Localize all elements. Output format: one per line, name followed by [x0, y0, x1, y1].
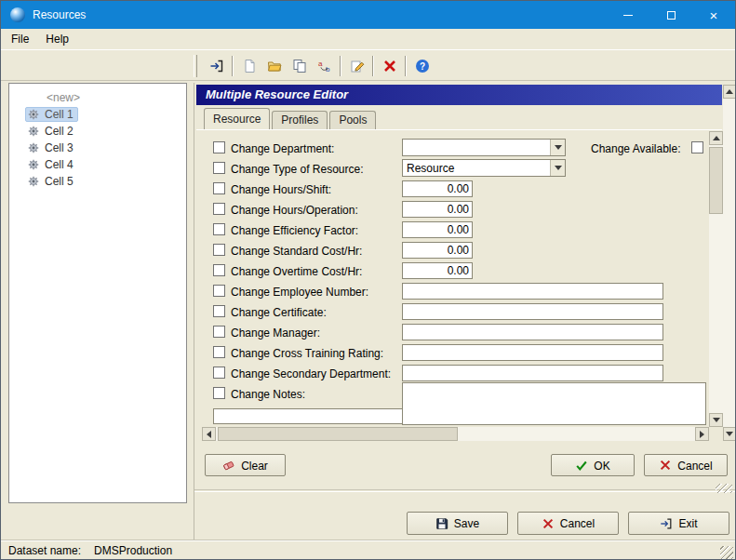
menu-file[interactable]: File	[3, 29, 37, 49]
form-vscroll-thumb[interactable]	[709, 147, 723, 214]
form-hscroll-thumb[interactable]	[218, 427, 458, 441]
form-hscroll-track[interactable]	[216, 427, 695, 441]
certificate-input[interactable]	[402, 303, 663, 320]
chevron-down-icon[interactable]	[550, 140, 565, 155]
help-icon: ?	[415, 59, 430, 73]
form-scroll-track[interactable]	[709, 145, 723, 413]
tree-item-label: <new>	[47, 91, 80, 104]
panel-scroll-down-button[interactable]	[723, 427, 736, 441]
triangle-up-icon	[713, 136, 720, 140]
window-title: Resources	[33, 8, 86, 21]
svg-text:a: a	[318, 59, 323, 67]
field-label: Change Type of Resource:	[231, 163, 364, 176]
statusbar: Dataset name:DMSProduction	[1, 540, 735, 560]
department-combo[interactable]	[402, 139, 566, 156]
change-notes-checkbox[interactable]	[213, 387, 225, 399]
tab-profiles[interactable]: Profiles	[272, 111, 328, 129]
form-row-type: Change Type of Resource: Resource	[202, 159, 709, 178]
standard-cost-input[interactable]	[402, 242, 473, 259]
form-scroll-up-button[interactable]	[709, 131, 723, 145]
save-disk-icon	[435, 517, 448, 530]
change-hours-shift-checkbox[interactable]	[213, 182, 225, 194]
tree-item-new[interactable]: <new>	[9, 89, 186, 106]
close-button[interactable]: ×	[692, 1, 735, 29]
form-hscrollbar[interactable]	[202, 427, 709, 441]
tree-item-cell2[interactable]: Cell 2	[9, 123, 186, 140]
toolbar-new-button[interactable]	[236, 54, 261, 78]
hours-operation-input[interactable]	[402, 201, 473, 218]
edit-pencil-icon	[350, 59, 365, 73]
tree-item-label: Cell 3	[45, 141, 74, 154]
change-secondary-department-checkbox[interactable]	[213, 367, 225, 379]
manager-input[interactable]	[402, 324, 663, 340]
change-department-checkbox[interactable]	[213, 141, 225, 153]
save-button[interactable]: Save	[407, 512, 508, 535]
toolbar-rename-button[interactable]: a b	[312, 54, 337, 78]
toolbar-help-button[interactable]: ?	[409, 54, 435, 78]
multiple-resource-editor-panel: Multiple Resource Editor Resource Profil…	[194, 83, 736, 540]
toolbar-edit-button[interactable]	[344, 54, 369, 78]
tree-item-label: Cell 5	[45, 175, 74, 188]
form-row-hours-shift: Change Hours/Shift:	[202, 180, 709, 198]
efficiency-factor-input[interactable]	[402, 221, 473, 238]
change-certificate-checkbox[interactable]	[213, 305, 225, 317]
clear-button[interactable]: Clear	[205, 454, 286, 476]
tree-item-cell4[interactable]: Cell 4	[9, 156, 186, 173]
toolbar-handle[interactable]	[194, 55, 197, 77]
change-cross-training-checkbox[interactable]	[213, 346, 225, 358]
change-employee-number-checkbox[interactable]	[213, 285, 225, 297]
change-manager-checkbox[interactable]	[213, 326, 225, 338]
maximize-icon	[667, 11, 676, 20]
splitter-grip[interactable]	[716, 484, 732, 493]
exit-button[interactable]: Exit	[628, 512, 729, 535]
form-scroll-left-button[interactable]	[202, 427, 216, 441]
form-row-hours-operation: Change Hours/Operation:	[202, 200, 709, 219]
type-of-resource-combo[interactable]: Resource	[402, 159, 566, 177]
employee-number-input[interactable]	[402, 283, 663, 300]
panel-scroll-track[interactable]	[723, 99, 736, 427]
ok-button[interactable]: OK	[551, 454, 635, 476]
toolbar-exit-button[interactable]	[204, 54, 229, 78]
change-overtime-cost-checkbox[interactable]	[213, 264, 225, 276]
change-hours-operation-checkbox[interactable]	[213, 203, 225, 215]
change-efficiency-checkbox[interactable]	[213, 223, 225, 235]
field-label: Change Standard Cost/Hr:	[231, 245, 362, 258]
notes-textarea[interactable]	[402, 382, 706, 425]
change-standard-cost-checkbox[interactable]	[213, 244, 225, 256]
change-type-checkbox[interactable]	[213, 162, 225, 174]
tree-item-cell3[interactable]: Cell 3	[9, 140, 186, 156]
form-scroll-down-button[interactable]	[709, 413, 723, 427]
editor-cancel-button[interactable]: Cancel	[644, 454, 728, 476]
footer-cancel-button[interactable]: Cancel	[517, 512, 619, 535]
gear-icon	[27, 175, 40, 188]
tab-resource[interactable]: Resource	[204, 108, 270, 129]
toolbar-open-button[interactable]	[261, 54, 287, 78]
tree-item-cell5[interactable]: Cell 5	[9, 173, 186, 190]
minimize-button[interactable]	[607, 1, 649, 29]
check-icon	[575, 459, 588, 472]
maximize-button[interactable]	[649, 1, 692, 29]
menu-help[interactable]: Help	[37, 29, 77, 49]
change-available-checkbox[interactable]	[691, 141, 703, 153]
red-x-icon	[659, 459, 672, 472]
toolbar-separator	[372, 56, 374, 76]
form-vscrollbar[interactable]	[709, 131, 723, 427]
hours-shift-input[interactable]	[402, 180, 473, 197]
notes-extra-input[interactable]	[213, 408, 403, 424]
chevron-down-icon[interactable]	[550, 160, 565, 176]
panel-splitter	[194, 489, 736, 492]
resize-grip[interactable]	[720, 546, 733, 559]
tab-pools[interactable]: Pools	[329, 111, 376, 129]
cross-training-rating-input[interactable]	[402, 344, 663, 361]
panel-vscrollbar[interactable]	[723, 85, 736, 441]
panel-scroll-up-button[interactable]	[723, 85, 736, 99]
toolbar-delete-button[interactable]	[377, 54, 402, 78]
tree-item-cell1[interactable]: Cell 1	[9, 106, 186, 123]
triangle-down-icon	[555, 145, 562, 150]
cancel-button-label: Cancel	[677, 459, 712, 473]
overtime-cost-input[interactable]	[402, 262, 473, 279]
toolbar-copy-button[interactable]	[287, 54, 312, 78]
gear-icon	[27, 141, 40, 154]
form-scroll-right-button[interactable]	[695, 427, 709, 441]
secondary-department-input[interactable]	[402, 365, 663, 381]
